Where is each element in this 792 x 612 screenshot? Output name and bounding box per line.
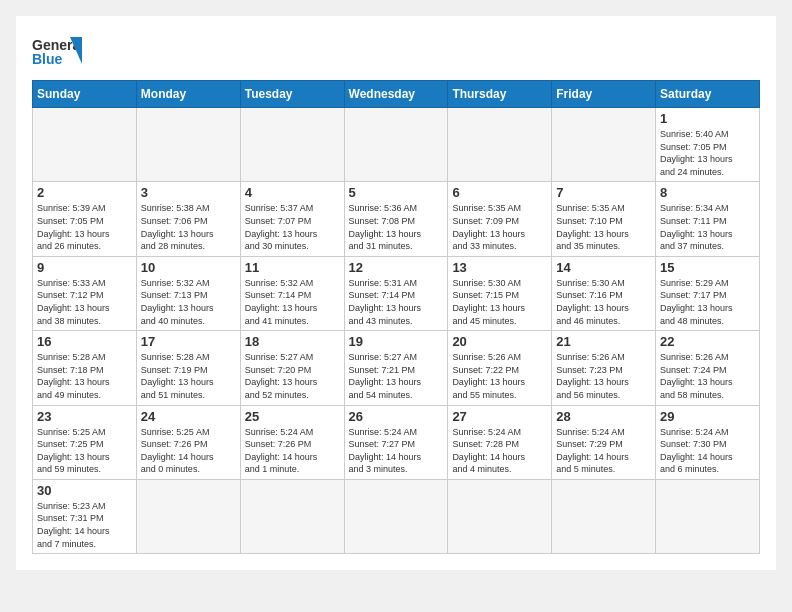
- weekday-header-row: SundayMondayTuesdayWednesdayThursdayFrid…: [33, 81, 760, 108]
- day-cell: [344, 108, 448, 182]
- week-row-5: 23Sunrise: 5:25 AM Sunset: 7:25 PM Dayli…: [33, 405, 760, 479]
- day-cell: 17Sunrise: 5:28 AM Sunset: 7:19 PM Dayli…: [136, 331, 240, 405]
- day-info: Sunrise: 5:24 AM Sunset: 7:30 PM Dayligh…: [660, 426, 755, 476]
- day-cell: 5Sunrise: 5:36 AM Sunset: 7:08 PM Daylig…: [344, 182, 448, 256]
- header: General Blue: [32, 32, 760, 72]
- page: General Blue SundayMondayTuesdayWednesda…: [16, 16, 776, 570]
- day-cell: 22Sunrise: 5:26 AM Sunset: 7:24 PM Dayli…: [656, 331, 760, 405]
- day-number: 29: [660, 409, 755, 424]
- day-info: Sunrise: 5:25 AM Sunset: 7:26 PM Dayligh…: [141, 426, 236, 476]
- day-cell: 2Sunrise: 5:39 AM Sunset: 7:05 PM Daylig…: [33, 182, 137, 256]
- day-cell: 23Sunrise: 5:25 AM Sunset: 7:25 PM Dayli…: [33, 405, 137, 479]
- week-row-1: 1Sunrise: 5:40 AM Sunset: 7:05 PM Daylig…: [33, 108, 760, 182]
- day-cell: 1Sunrise: 5:40 AM Sunset: 7:05 PM Daylig…: [656, 108, 760, 182]
- day-number: 27: [452, 409, 547, 424]
- weekday-tuesday: Tuesday: [240, 81, 344, 108]
- day-cell: 10Sunrise: 5:32 AM Sunset: 7:13 PM Dayli…: [136, 256, 240, 330]
- day-info: Sunrise: 5:26 AM Sunset: 7:23 PM Dayligh…: [556, 351, 651, 401]
- day-info: Sunrise: 5:31 AM Sunset: 7:14 PM Dayligh…: [349, 277, 444, 327]
- weekday-monday: Monday: [136, 81, 240, 108]
- day-info: Sunrise: 5:37 AM Sunset: 7:07 PM Dayligh…: [245, 202, 340, 252]
- day-number: 11: [245, 260, 340, 275]
- day-cell: 7Sunrise: 5:35 AM Sunset: 7:10 PM Daylig…: [552, 182, 656, 256]
- weekday-friday: Friday: [552, 81, 656, 108]
- day-cell: 4Sunrise: 5:37 AM Sunset: 7:07 PM Daylig…: [240, 182, 344, 256]
- weekday-thursday: Thursday: [448, 81, 552, 108]
- day-info: Sunrise: 5:35 AM Sunset: 7:09 PM Dayligh…: [452, 202, 547, 252]
- day-info: Sunrise: 5:23 AM Sunset: 7:31 PM Dayligh…: [37, 500, 132, 550]
- day-cell: 12Sunrise: 5:31 AM Sunset: 7:14 PM Dayli…: [344, 256, 448, 330]
- day-cell: 28Sunrise: 5:24 AM Sunset: 7:29 PM Dayli…: [552, 405, 656, 479]
- day-info: Sunrise: 5:26 AM Sunset: 7:24 PM Dayligh…: [660, 351, 755, 401]
- day-cell: 25Sunrise: 5:24 AM Sunset: 7:26 PM Dayli…: [240, 405, 344, 479]
- day-cell: [240, 108, 344, 182]
- day-number: 2: [37, 185, 132, 200]
- day-cell: 30Sunrise: 5:23 AM Sunset: 7:31 PM Dayli…: [33, 479, 137, 553]
- day-number: 20: [452, 334, 547, 349]
- day-number: 5: [349, 185, 444, 200]
- day-cell: 21Sunrise: 5:26 AM Sunset: 7:23 PM Dayli…: [552, 331, 656, 405]
- day-number: 12: [349, 260, 444, 275]
- day-cell: 15Sunrise: 5:29 AM Sunset: 7:17 PM Dayli…: [656, 256, 760, 330]
- day-info: Sunrise: 5:24 AM Sunset: 7:26 PM Dayligh…: [245, 426, 340, 476]
- day-cell: 13Sunrise: 5:30 AM Sunset: 7:15 PM Dayli…: [448, 256, 552, 330]
- day-cell: [448, 479, 552, 553]
- day-info: Sunrise: 5:27 AM Sunset: 7:20 PM Dayligh…: [245, 351, 340, 401]
- day-cell: 14Sunrise: 5:30 AM Sunset: 7:16 PM Dayli…: [552, 256, 656, 330]
- day-cell: [552, 479, 656, 553]
- day-info: Sunrise: 5:26 AM Sunset: 7:22 PM Dayligh…: [452, 351, 547, 401]
- calendar-body: 1Sunrise: 5:40 AM Sunset: 7:05 PM Daylig…: [33, 108, 760, 554]
- day-number: 30: [37, 483, 132, 498]
- day-info: Sunrise: 5:40 AM Sunset: 7:05 PM Dayligh…: [660, 128, 755, 178]
- day-number: 4: [245, 185, 340, 200]
- day-number: 8: [660, 185, 755, 200]
- calendar-table: SundayMondayTuesdayWednesdayThursdayFrid…: [32, 80, 760, 554]
- day-cell: [33, 108, 137, 182]
- logo: General Blue: [32, 32, 82, 72]
- day-info: Sunrise: 5:28 AM Sunset: 7:18 PM Dayligh…: [37, 351, 132, 401]
- day-cell: 6Sunrise: 5:35 AM Sunset: 7:09 PM Daylig…: [448, 182, 552, 256]
- day-cell: [448, 108, 552, 182]
- day-info: Sunrise: 5:32 AM Sunset: 7:13 PM Dayligh…: [141, 277, 236, 327]
- week-row-6: 30Sunrise: 5:23 AM Sunset: 7:31 PM Dayli…: [33, 479, 760, 553]
- day-cell: [136, 479, 240, 553]
- day-number: 21: [556, 334, 651, 349]
- day-number: 19: [349, 334, 444, 349]
- day-cell: [344, 479, 448, 553]
- day-cell: 29Sunrise: 5:24 AM Sunset: 7:30 PM Dayli…: [656, 405, 760, 479]
- day-info: Sunrise: 5:24 AM Sunset: 7:29 PM Dayligh…: [556, 426, 651, 476]
- day-cell: [136, 108, 240, 182]
- day-number: 28: [556, 409, 651, 424]
- day-number: 14: [556, 260, 651, 275]
- day-number: 1: [660, 111, 755, 126]
- day-cell: 19Sunrise: 5:27 AM Sunset: 7:21 PM Dayli…: [344, 331, 448, 405]
- day-number: 24: [141, 409, 236, 424]
- logo-icon: General Blue: [32, 32, 82, 72]
- day-number: 26: [349, 409, 444, 424]
- day-info: Sunrise: 5:35 AM Sunset: 7:10 PM Dayligh…: [556, 202, 651, 252]
- day-info: Sunrise: 5:28 AM Sunset: 7:19 PM Dayligh…: [141, 351, 236, 401]
- day-info: Sunrise: 5:27 AM Sunset: 7:21 PM Dayligh…: [349, 351, 444, 401]
- day-number: 10: [141, 260, 236, 275]
- day-info: Sunrise: 5:36 AM Sunset: 7:08 PM Dayligh…: [349, 202, 444, 252]
- day-info: Sunrise: 5:33 AM Sunset: 7:12 PM Dayligh…: [37, 277, 132, 327]
- week-row-3: 9Sunrise: 5:33 AM Sunset: 7:12 PM Daylig…: [33, 256, 760, 330]
- day-cell: [240, 479, 344, 553]
- weekday-saturday: Saturday: [656, 81, 760, 108]
- day-info: Sunrise: 5:34 AM Sunset: 7:11 PM Dayligh…: [660, 202, 755, 252]
- day-info: Sunrise: 5:30 AM Sunset: 7:16 PM Dayligh…: [556, 277, 651, 327]
- day-number: 13: [452, 260, 547, 275]
- day-number: 16: [37, 334, 132, 349]
- day-number: 18: [245, 334, 340, 349]
- day-cell: [552, 108, 656, 182]
- day-number: 3: [141, 185, 236, 200]
- day-cell: 11Sunrise: 5:32 AM Sunset: 7:14 PM Dayli…: [240, 256, 344, 330]
- week-row-2: 2Sunrise: 5:39 AM Sunset: 7:05 PM Daylig…: [33, 182, 760, 256]
- day-cell: 24Sunrise: 5:25 AM Sunset: 7:26 PM Dayli…: [136, 405, 240, 479]
- day-cell: 8Sunrise: 5:34 AM Sunset: 7:11 PM Daylig…: [656, 182, 760, 256]
- day-info: Sunrise: 5:39 AM Sunset: 7:05 PM Dayligh…: [37, 202, 132, 252]
- day-number: 7: [556, 185, 651, 200]
- day-info: Sunrise: 5:32 AM Sunset: 7:14 PM Dayligh…: [245, 277, 340, 327]
- day-number: 23: [37, 409, 132, 424]
- day-info: Sunrise: 5:38 AM Sunset: 7:06 PM Dayligh…: [141, 202, 236, 252]
